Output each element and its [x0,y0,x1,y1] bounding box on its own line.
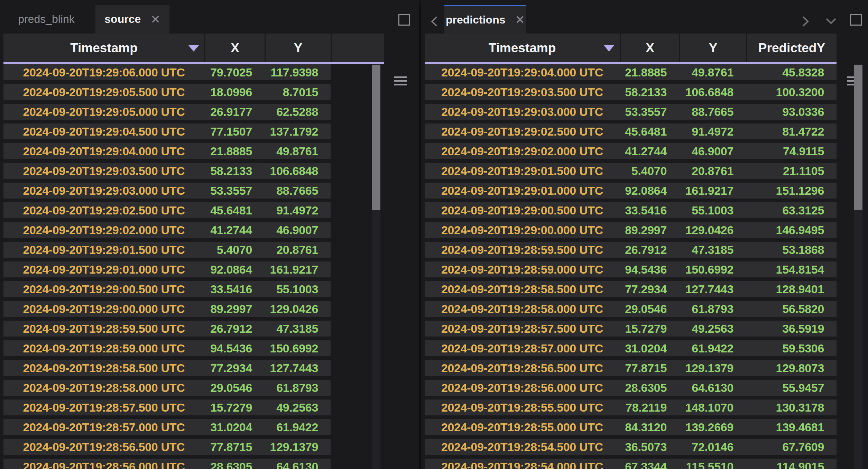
cell-x: 77.2934 [620,281,679,297]
table-row[interactable]: 2024-09-20T19:28:56.000 UTC 28.6305 64.6… [3,459,331,469]
table-row[interactable]: 2024-09-20T19:29:04.500 UTC 77.1507 137.… [3,123,331,139]
cell-y: 8.7015 [265,84,331,100]
table-row[interactable]: 2024-09-20T19:28:57.500 UTC 15.7279 49.2… [425,321,837,337]
table-row[interactable]: 2024-09-20T19:28:56.500 UTC 77.8715 129.… [3,439,331,455]
table-row[interactable]: 2024-09-20T19:29:02.500 UTC 45.6481 91.4… [3,202,331,218]
scrollbar-track[interactable] [372,64,380,469]
right-tab-bar: predictions ✕ [421,5,868,34]
table-row[interactable]: 2024-09-20T19:29:03.500 UTC 58.2133 106.… [3,163,331,179]
table-row[interactable]: 2024-09-20T19:29:03.000 UTC 53.3557 88.7… [3,183,331,199]
column-header-timestamp[interactable]: Timestamp [425,34,620,62]
sort-caret-icon[interactable] [604,45,614,52]
column-label: X [646,41,654,55]
table-row[interactable]: 2024-09-20T19:28:58.500 UTC 77.2934 127.… [3,360,331,376]
scrollbar-thumb[interactable] [854,65,862,210]
table-row[interactable]: 2024-09-20T19:29:01.000 UTC 92.0864 161.… [425,183,837,199]
cell-y: 129.1379 [679,360,746,376]
cell-y: 91.4972 [265,202,331,218]
table-row[interactable]: 2024-09-20T19:29:01.500 UTC 5.4070 20.87… [425,163,837,179]
cell-y: 20.8761 [679,163,746,179]
scrollbar-track[interactable] [854,64,862,469]
table-row[interactable]: 2024-09-20T19:29:00.500 UTC 33.5416 55.1… [425,202,837,218]
cell-x: 84.3120 [620,419,679,435]
cell-timestamp: 2024-09-20T19:28:58.500 UTC [3,360,204,376]
table-row[interactable]: 2024-09-20T19:28:58.500 UTC 77.2934 127.… [425,281,837,297]
cell-timestamp: 2024-09-20T19:29:05.500 UTC [3,84,204,100]
column-header-x[interactable]: X [621,34,679,62]
cell-y: 64.6130 [679,380,746,396]
cell-predictedy: 100.3200 [746,84,837,100]
table-row[interactable]: 2024-09-20T19:29:01.000 UTC 92.0864 161.… [3,261,331,277]
column-header-y[interactable]: Y [680,34,746,62]
table-row[interactable]: 2024-09-20T19:28:55.500 UTC 78.2119 148.… [425,399,837,415]
table-row[interactable]: 2024-09-20T19:28:56.500 UTC 77.8715 129.… [425,360,837,376]
cell-predictedy: 21.1105 [746,163,837,179]
column-header-y[interactable]: Y [266,34,331,62]
chevron-right-icon[interactable] [801,15,810,28]
cell-x: 21.8885 [204,143,265,159]
chevron-down-icon[interactable] [824,17,838,26]
table-row[interactable]: 2024-09-20T19:29:04.000 UTC 21.8885 49.8… [425,64,837,80]
cell-timestamp: 2024-09-20T19:28:59.000 UTC [425,261,620,277]
close-icon[interactable]: ✕ [150,13,160,25]
table-row[interactable]: 2024-09-20T19:29:04.000 UTC 21.8885 49.8… [3,143,331,159]
sort-caret-icon[interactable] [188,45,199,52]
table-row[interactable]: 2024-09-20T19:29:00.000 UTC 89.2997 129.… [425,222,837,238]
table-row[interactable]: 2024-09-20T19:28:59.000 UTC 94.5436 150.… [425,261,837,277]
table-row[interactable]: 2024-09-20T19:28:59.000 UTC 94.5436 150.… [3,340,331,356]
close-icon[interactable]: ✕ [515,14,525,26]
cell-x: 77.1507 [204,123,265,139]
table-row[interactable]: 2024-09-20T19:28:56.000 UTC 28.6305 64.6… [425,380,837,396]
table-row[interactable]: 2024-09-20T19:28:58.000 UTC 29.0546 61.8… [425,301,837,317]
cell-predictedy: 67.7609 [746,439,837,455]
column-header-timestamp[interactable]: Timestamp [3,34,204,62]
table-row[interactable]: 2024-09-20T19:29:02.000 UTC 41.2744 46.9… [425,143,837,159]
cell-x: 18.0996 [204,84,265,100]
cell-x: 31.0204 [620,340,679,356]
table-row[interactable]: 2024-09-20T19:28:54.500 UTC 36.5073 72.0… [425,439,837,455]
menu-icon[interactable] [394,76,407,85]
table-row[interactable]: 2024-09-20T19:28:59.500 UTC 26.7912 47.3… [3,321,331,337]
table-row[interactable]: 2024-09-20T19:29:02.000 UTC 41.2744 46.9… [3,222,331,238]
cell-timestamp: 2024-09-20T19:28:56.000 UTC [425,380,620,396]
cell-predictedy: 36.5919 [746,321,837,337]
table-row[interactable]: 2024-09-20T19:29:05.000 UTC 26.9177 62.5… [3,104,331,120]
column-header-x[interactable]: X [205,34,265,62]
cell-y: 106.6848 [265,163,331,179]
column-label: PredictedY [758,41,825,55]
scrollbar-thumb[interactable] [372,65,380,210]
cell-x: 5.4070 [620,163,679,179]
cell-x: 26.7912 [620,242,679,258]
table-row[interactable]: 2024-09-20T19:28:57.000 UTC 31.0204 61.9… [3,419,331,435]
table-row[interactable]: 2024-09-20T19:28:57.500 UTC 15.7279 49.2… [3,399,331,415]
cell-y: 129.0426 [679,222,746,238]
table-row[interactable]: 2024-09-20T19:29:00.500 UTC 33.5416 55.1… [3,281,331,297]
table-row[interactable]: 2024-09-20T19:28:59.500 UTC 26.7912 47.3… [425,242,837,258]
tab-source[interactable]: source ✕ [95,5,169,34]
table-row[interactable]: 2024-09-20T19:29:00.000 UTC 89.2997 129.… [3,301,331,317]
table-row[interactable]: 2024-09-20T19:29:03.000 UTC 53.3557 88.7… [425,104,837,120]
cell-timestamp: 2024-09-20T19:28:54.500 UTC [425,439,620,455]
cell-x: 29.0546 [620,301,679,317]
table-row[interactable]: 2024-09-20T19:29:05.500 UTC 18.0996 8.70… [3,84,331,100]
cell-x: 41.2744 [204,222,265,238]
maximize-icon[interactable] [850,14,862,26]
left-tab-bar: preds_blink source ✕ [0,5,419,34]
table-row[interactable]: 2024-09-20T19:28:54.000 UTC 67.3344 115.… [425,459,837,469]
column-label: Y [294,41,303,55]
cell-y: 88.7665 [679,104,746,120]
cell-y: 61.9422 [679,340,746,356]
tab-preds-blink[interactable]: preds_blink [3,5,90,34]
tab-predictions[interactable]: predictions ✕ [444,5,526,34]
table-row[interactable]: 2024-09-20T19:28:55.000 UTC 84.3120 139.… [425,419,837,435]
cell-timestamp: 2024-09-20T19:29:02.000 UTC [425,143,620,159]
column-header-predictedy[interactable]: PredictedY [747,34,837,62]
table-row[interactable]: 2024-09-20T19:29:02.500 UTC 45.6481 91.4… [425,123,837,139]
table-row[interactable]: 2024-09-20T19:28:57.000 UTC 31.0204 61.9… [425,340,837,356]
maximize-icon[interactable] [398,14,410,26]
table-row[interactable]: 2024-09-20T19:28:58.000 UTC 29.0546 61.8… [3,380,331,396]
chevron-left-icon[interactable] [430,15,439,28]
table-row[interactable]: 2024-09-20T19:29:03.500 UTC 58.2133 106.… [425,84,837,100]
table-row[interactable]: 2024-09-20T19:29:06.000 UTC 79.7025 117.… [3,64,331,80]
table-row[interactable]: 2024-09-20T19:29:01.500 UTC 5.4070 20.87… [3,242,331,258]
